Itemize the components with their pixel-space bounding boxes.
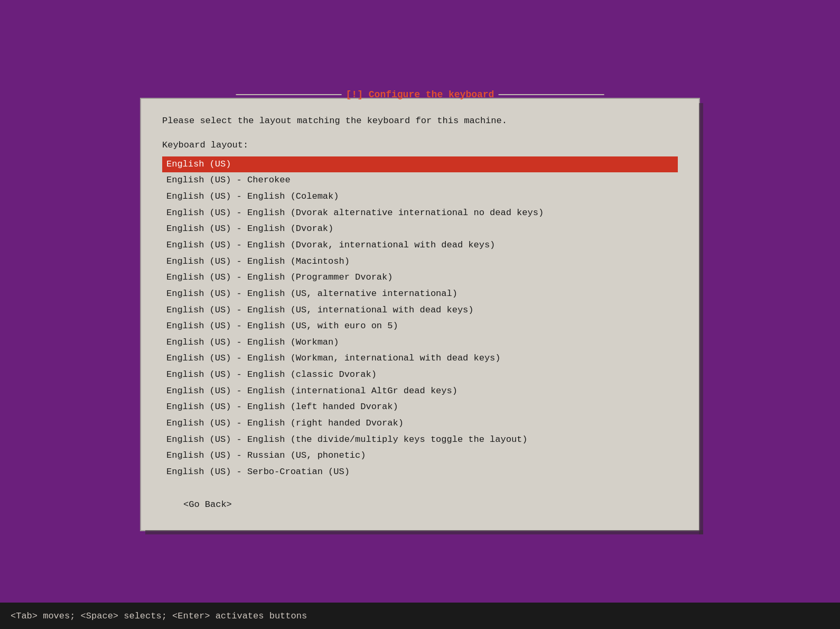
keyboard-layout-list[interactable]: English (US)English (US) - CherokeeEngli… xyxy=(162,156,678,480)
list-item[interactable]: English (US) - Serbo-Croatian (US) xyxy=(162,464,678,480)
list-item[interactable]: English (US) - English (Dvorak) xyxy=(162,221,678,237)
title-bar: [!] Configure the keyboard xyxy=(236,89,604,100)
list-item[interactable]: English (US) - English (Dvorak, internat… xyxy=(162,237,678,254)
dialog-title: [!] Configure the keyboard xyxy=(346,89,494,100)
list-item[interactable]: English (US) - Cherokee xyxy=(162,172,678,189)
list-item[interactable]: English (US) - English (international Al… xyxy=(162,383,678,400)
list-item[interactable]: English (US) - English (Macintosh) xyxy=(162,254,678,270)
shadow-bottom xyxy=(145,530,703,534)
title-bar-right-line xyxy=(498,94,604,95)
dialog-box: [!] Configure the keyboard Please select… xyxy=(140,98,700,531)
list-item[interactable]: English (US) - English (US, internationa… xyxy=(162,302,678,319)
description-text: Please select the layout matching the ke… xyxy=(162,115,678,127)
title-bar-left-line xyxy=(236,94,342,95)
list-item[interactable]: English (US) - English (US, alternative … xyxy=(162,286,678,302)
list-item[interactable]: English (US) - English (Workman) xyxy=(162,335,678,351)
list-item[interactable]: English (US) - English (classic Dvorak) xyxy=(162,367,678,383)
list-item[interactable]: English (US) - English (Dvorak alternati… xyxy=(162,205,678,221)
list-item[interactable]: English (US) - English (Programmer Dvora… xyxy=(162,270,678,286)
screen-wrapper: [!] Configure the keyboard Please select… xyxy=(0,0,840,629)
dialog-content: Please select the layout matching the ke… xyxy=(141,99,699,525)
list-item[interactable]: English (US) xyxy=(162,156,678,173)
list-item[interactable]: English (US) - Russian (US, phonetic) xyxy=(162,448,678,464)
shadow-right xyxy=(699,103,703,534)
list-item[interactable]: English (US) - English (the divide/multi… xyxy=(162,432,678,448)
go-back-button[interactable]: <Go Back> xyxy=(183,500,232,510)
section-label: Keyboard layout: xyxy=(162,140,678,150)
list-item[interactable]: English (US) - English (left handed Dvor… xyxy=(162,399,678,415)
list-item[interactable]: English (US) - English (US, with euro on… xyxy=(162,318,678,335)
list-item[interactable]: English (US) - English (Colemak) xyxy=(162,189,678,205)
status-bar-text: <Tab> moves; <Space> selects; <Enter> ac… xyxy=(11,611,307,621)
status-bar: <Tab> moves; <Space> selects; <Enter> ac… xyxy=(0,603,840,629)
list-item[interactable]: English (US) - English (right handed Dvo… xyxy=(162,415,678,432)
list-item[interactable]: English (US) - English (Workman, interna… xyxy=(162,350,678,367)
